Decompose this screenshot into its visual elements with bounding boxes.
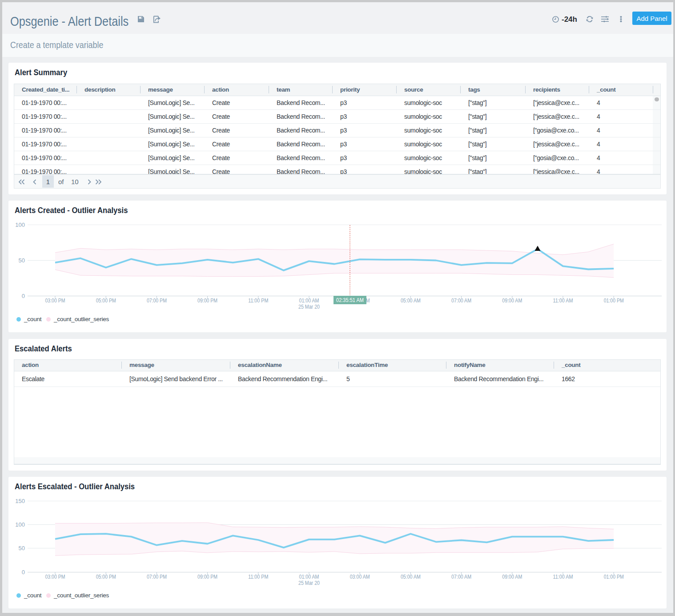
svg-text:01:00 PM: 01:00 PM: [604, 297, 624, 304]
svg-text:03:00 PM: 03:00 PM: [45, 573, 65, 580]
svg-text:05:00 AM: 05:00 AM: [401, 297, 421, 304]
svg-text:07:00 AM: 07:00 AM: [451, 573, 471, 580]
svg-text:0: 0: [22, 569, 25, 576]
svg-text:09:00 AM: 09:00 AM: [502, 573, 522, 580]
svg-text:25 Mar 20: 25 Mar 20: [298, 580, 320, 586]
svg-text:50: 50: [19, 257, 25, 264]
svg-text:07:00 PM: 07:00 PM: [147, 297, 167, 304]
svg-text:05:00 PM: 05:00 PM: [96, 573, 116, 580]
svg-text:0: 0: [22, 293, 25, 299]
svg-text:11:00 AM: 11:00 AM: [553, 297, 573, 304]
svg-text:100: 100: [15, 221, 25, 228]
svg-text:05:00 PM: 05:00 PM: [96, 297, 116, 304]
svg-text:09:00 PM: 09:00 PM: [197, 297, 217, 304]
svg-text:11:00 AM: 11:00 AM: [553, 573, 573, 580]
svg-text:01:00 AM: 01:00 AM: [299, 573, 319, 580]
svg-text:150: 150: [15, 498, 25, 504]
svg-text:03:00 PM: 03:00 PM: [45, 297, 65, 304]
svg-text:25 Mar 20: 25 Mar 20: [298, 303, 320, 310]
svg-text:09:00 PM: 09:00 PM: [197, 573, 217, 580]
svg-text:09:00 AM: 09:00 AM: [502, 297, 522, 304]
svg-text:05:00 AM: 05:00 AM: [401, 573, 421, 580]
svg-text:03:00 AM: 03:00 AM: [350, 573, 370, 580]
svg-text:11:00 PM: 11:00 PM: [248, 297, 268, 304]
svg-text:07:00 PM: 07:00 PM: [147, 573, 167, 580]
svg-text:07:00 AM: 07:00 AM: [451, 297, 471, 304]
svg-text:11:00 PM: 11:00 PM: [248, 573, 268, 580]
svg-text:02:35:51 AM: 02:35:51 AM: [336, 297, 364, 303]
svg-text:01:00 PM: 01:00 PM: [604, 573, 624, 580]
svg-text:100: 100: [15, 521, 25, 528]
svg-text:01:00 AM: 01:00 AM: [299, 297, 319, 304]
svg-text:50: 50: [19, 545, 25, 552]
